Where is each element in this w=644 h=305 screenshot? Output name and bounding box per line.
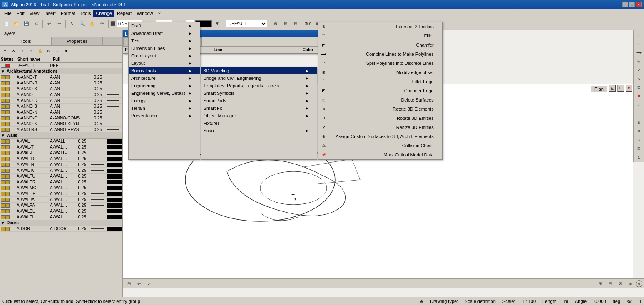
layer-delete-btn[interactable]: ✕ (10, 47, 18, 55)
bt-btn-7[interactable]: ≫ (626, 279, 635, 288)
submenu-bridge[interactable]: Bridge and Civil Engineering ▶ (201, 74, 317, 82)
tab-tools[interactable]: Tools (0, 37, 52, 45)
open-button[interactable]: 📂 (12, 19, 21, 28)
menu-item-dimension[interactable]: Dimension Lines ▶ (129, 45, 200, 52)
group-arch-ann[interactable]: ▼ Architectural Annotations (0, 69, 122, 74)
submenu-rotate-3d-elements[interactable]: ↻ Rotate 3D Elements (318, 104, 442, 114)
submenu-3d-modeling[interactable]: 3D Modeling ▶ (201, 67, 317, 74)
save-button[interactable]: 💾 (22, 19, 31, 28)
menu-item-energy[interactable]: Energy ▶ (129, 97, 200, 104)
menu-help[interactable]: ? (156, 10, 163, 17)
submenu-resize-3d[interactable]: ⤢ Resize 3D Entities (318, 123, 442, 132)
bt-btn-3[interactable]: ↗ (144, 279, 154, 288)
edit-button[interactable]: ✏ (97, 19, 107, 28)
rt-btn-12[interactable]: ⊙ (634, 136, 644, 144)
plan-button[interactable]: Plan (591, 86, 607, 92)
list-item[interactable]: A-WALFI A-WALL-FIRE 0.25 (0, 214, 122, 220)
list-item[interactable]: A-WAL-N A-WALL-N 0.25 (0, 162, 122, 168)
menu-item-advanced-draft[interactable]: Advanced Draft ▶ (129, 30, 200, 37)
list-item[interactable]: A-ANNO-D A-AN 0.25 (0, 98, 122, 104)
layer-lock-btn[interactable]: 🔒 (36, 47, 44, 55)
layer-row-default[interactable]: DEFAULT DEF (0, 63, 122, 69)
menu-tools[interactable]: Tools (78, 10, 94, 17)
list-item[interactable]: A-WALEL A-WALL-ELEV 0.25 (0, 208, 122, 214)
rt-btn-10[interactable]: ⊕ (634, 118, 644, 126)
submenu-intersect[interactable]: ⊗ Intersect 2 Entities (318, 22, 442, 31)
undo-button[interactable]: ↩ (45, 19, 54, 28)
minimize-button[interactable]: ─ (622, 2, 628, 7)
rt-btn-4[interactable]: ⊞ (634, 57, 644, 65)
bt-btn-4[interactable]: ⊞ (596, 279, 605, 288)
pan-button[interactable]: ✋ (87, 19, 97, 28)
canvas-close-btn[interactable]: ✕ (626, 85, 632, 92)
menu-item-crop[interactable]: Crop Layout ▶ (129, 52, 200, 60)
list-item[interactable]: A-WALPR A-WALL-PRHT 0.25 (0, 179, 122, 185)
rt-btn-9[interactable]: — (634, 109, 644, 118)
rt-btn-14[interactable]: Σ (634, 153, 644, 161)
list-item[interactable]: A-ANNO-S A-AN 0.25 (0, 86, 122, 92)
bt-btn-5[interactable]: ⊟ (606, 279, 615, 288)
submenu-smart-fit[interactable]: Smart Fit ▶ (201, 104, 317, 112)
print-button[interactable]: 🖨 (32, 19, 41, 28)
submenu-templates[interactable]: Templates: Reports, Legends, Labels ▶ (201, 82, 317, 89)
list-item[interactable]: A-WALHE A-WALL-HEAD 0.25 (0, 191, 122, 197)
layer-vis-btn[interactable]: ⊙ (45, 47, 53, 55)
list-item[interactable]: A-WALFU A-WALL-FULL 0.25 (0, 174, 122, 179)
list-item[interactable]: A-WAL-K A-WALL-K 0.25 (0, 168, 122, 174)
layer-new-btn[interactable]: + (1, 47, 9, 55)
layer-list[interactable]: DEFAULT DEF ▼ Architectural Annotations … (0, 63, 122, 297)
menu-change[interactable]: Change (93, 10, 114, 17)
tab-properties[interactable]: Properties (52, 37, 103, 45)
submenu-fillet[interactable]: ⌒ Fillet (318, 31, 442, 40)
new-button[interactable]: 📄 (2, 19, 11, 28)
layer-copy-btn[interactable]: ⊞ (27, 47, 35, 55)
submenu-chamfer-edge[interactable]: ◤ Chamfer Edge (318, 86, 442, 95)
menu-item-draft[interactable]: Draft ▶ (129, 22, 200, 30)
maximize-button[interactable]: □ (629, 2, 635, 7)
submenu-rotate-3d-entities[interactable]: ↺ Rotate 3D Entities (318, 114, 442, 123)
list-item[interactable]: A-ANO-RS A-ANNO-REVS 0.25 (0, 127, 122, 133)
menu-item-layout[interactable]: Layout ▶ (129, 60, 200, 67)
redo-button[interactable]: ↪ (55, 19, 64, 28)
bt-btn-6[interactable]: ⊠ (616, 279, 625, 288)
menu-item-text[interactable]: Text ▶ (129, 37, 200, 45)
menu-item-terrain[interactable]: Terrain ▶ (129, 104, 200, 112)
menu-format[interactable]: Format (58, 10, 78, 17)
list-item[interactable]: A-ANNO-T A-AN 0.25 (0, 74, 122, 80)
rt-btn-6[interactable]: ↘ (634, 74, 644, 83)
menu-item-engineering[interactable]: Engineering ▶ (129, 82, 200, 89)
rt-btn-11[interactable]: ⊗ (634, 127, 644, 135)
list-item[interactable]: A-ANNO-L A-AN 0.25 (0, 92, 122, 98)
tab-extra[interactable] (103, 37, 122, 45)
menu-edit[interactable]: Edit (14, 10, 27, 17)
menu-item-eng-views[interactable]: Engineering Views, Details ▶ (129, 89, 200, 97)
layer-vis3-btn[interactable]: ● (62, 47, 70, 55)
list-item[interactable]: A-ANNO-N A-AN 0.25 (0, 109, 122, 115)
submenu-collision-check[interactable]: ⚠ Collision Check (318, 141, 442, 150)
list-item[interactable]: A-WAL-L A-WALL-L 0.25 (0, 150, 122, 156)
menu-item-bonus-tools[interactable]: Bonus Tools ▶ (129, 67, 200, 74)
submenu-scan[interactable]: Scan ▶ (201, 127, 317, 134)
menu-item-presentation[interactable]: Presentation ▶ (129, 112, 200, 119)
submenu-fixtures[interactable]: Fixtures (201, 119, 317, 127)
bt-btn-2[interactable]: ↩ (134, 279, 144, 288)
list-item[interactable]: A-WAL-D A-WALL-D 0.25 (0, 156, 122, 162)
menu-item-architecture[interactable]: Architecture ▶ (129, 74, 200, 82)
list-item[interactable]: A-ANNO-R A-AN 0.25 (0, 80, 122, 86)
submenu-mark-critical[interactable]: 📌 Mark Critical Model Data (318, 150, 442, 159)
menu-insert[interactable]: Insert (42, 10, 58, 17)
layer-vis2-btn[interactable]: ○ (53, 47, 62, 55)
rt-btn-13[interactable]: ⊟ (634, 144, 644, 153)
zoom-button[interactable]: 🔍 (77, 19, 87, 28)
list-item[interactable]: A-WALMO A-WALL-MOVE 0.25 (0, 185, 122, 191)
title-bar-buttons[interactable]: ─ □ ✕ (622, 2, 642, 7)
list-item[interactable]: A-ANNO-K A-ANNO-KEYN 0.25 (0, 121, 122, 127)
list-item[interactable]: A-ANNO-C A-ANNO-CONS 0.25 (0, 115, 122, 121)
submenu-split-polylines[interactable]: ⇌ Split Polylines into Discrete Lines (318, 59, 442, 68)
list-item[interactable]: A-DOR A-DOOR 0.25 (0, 226, 122, 232)
layer-move-btn[interactable]: ↑ (18, 47, 27, 55)
menu-file[interactable]: File (2, 10, 14, 17)
submenu-assign-custom[interactable]: ⊕ Assign Custom Surfaces to 3D, Archit. … (318, 132, 442, 141)
submenu-object-manager[interactable]: Object Manager ▶ (201, 112, 317, 119)
menu-window[interactable]: Window (134, 10, 155, 17)
